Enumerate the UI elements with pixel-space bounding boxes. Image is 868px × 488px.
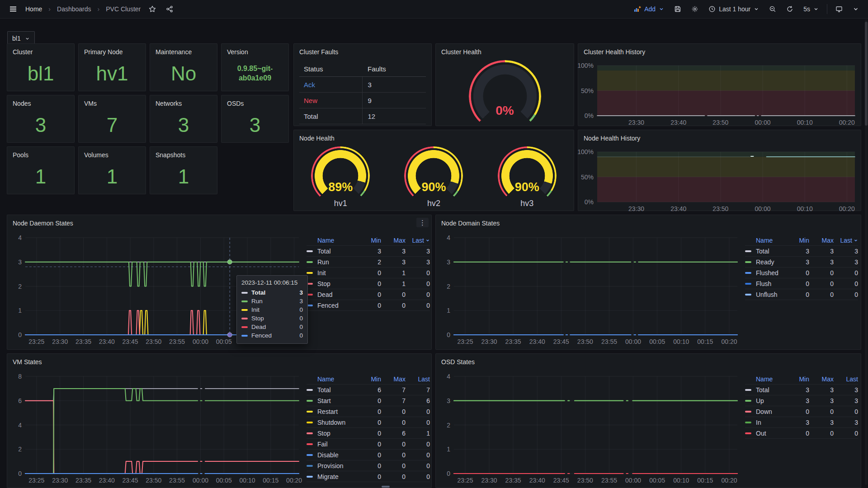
legend-row-total[interactable]: Total333 [745, 246, 858, 257]
legend-sort-max[interactable]: Max [381, 375, 406, 383]
legend-sort-last[interactable]: Last [834, 375, 858, 383]
panel-title[interactable]: Cluster Faults [294, 44, 431, 56]
panel-title[interactable]: Primary Node [79, 44, 146, 56]
legend-row-in[interactable]: In333 [745, 417, 858, 428]
legend-row-init[interactable]: Init010 [307, 267, 430, 278]
legend-row-start[interactable]: Start076 [307, 395, 430, 406]
series-color-chip [241, 309, 248, 311]
panel-title[interactable]: VM States [7, 354, 431, 366]
legend-row-unflush[interactable]: Unflush000 [745, 289, 858, 300]
cluster-health-history-chart[interactable]: 0%50%100%23:3023:4023:5000:0000:1000:20 [597, 66, 855, 116]
panel-title[interactable]: Node Daemon States [7, 215, 431, 227]
legend-sort-max[interactable]: Max [381, 237, 406, 244]
legend-sort-last[interactable]: Last [406, 237, 430, 244]
page-scrollbar-thumb[interactable] [865, 22, 868, 126]
panel-title[interactable]: Networks [150, 95, 217, 107]
series-color-chip [745, 432, 751, 434]
panel-title[interactable]: Cluster [7, 44, 74, 56]
legend-sort-min[interactable]: Min [785, 237, 809, 244]
panel-title[interactable]: Maintenance [150, 44, 217, 56]
panel-title[interactable]: Version [222, 44, 288, 56]
legend-row-ready[interactable]: Ready333 [745, 257, 858, 267]
legend-row-total[interactable]: Total677 [307, 385, 430, 395]
tooltip-row-init: Init0 [241, 305, 303, 314]
legend-sort-last[interactable]: Last [834, 237, 858, 244]
series-color-chip [745, 400, 751, 402]
panel-title[interactable]: Volumes [79, 147, 146, 159]
x-axis-tick-label: 23:40 [670, 205, 686, 212]
legend-row-shutdown[interactable]: Shutdown000 [307, 417, 430, 428]
dashboard-settings-icon[interactable] [689, 4, 700, 14]
panel-title[interactable]: Nodes [7, 95, 74, 107]
legend-row-total[interactable]: Total333 [307, 246, 430, 257]
legend-sort-max[interactable]: Max [809, 237, 834, 244]
series-color-chip [307, 432, 313, 434]
legend-row-flush[interactable]: Flush000 [745, 278, 858, 289]
legend-row-migrate[interactable]: Migrate000 [307, 471, 430, 482]
gauge-value: 90% [498, 180, 557, 194]
legend-sort-name[interactable]: Name [307, 237, 357, 244]
legend-row-flushed[interactable]: Flushed000 [745, 267, 858, 278]
x-axis-tick-label: 00:00 [193, 477, 208, 484]
gauge-fill-ring [469, 60, 541, 132]
tv-mode-icon[interactable] [834, 4, 844, 14]
panel-title[interactable]: Snapshots [150, 147, 217, 159]
legend-row-stop[interactable]: Stop061 [307, 428, 430, 439]
legend-row-stop[interactable]: Stop010 [307, 278, 430, 289]
legend-sort-min[interactable]: Min [357, 375, 381, 383]
add-panel-icon [634, 5, 641, 13]
legend-scrollbar-thumb[interactable] [382, 486, 390, 488]
legend-sort-min[interactable]: Min [785, 375, 809, 383]
x-axis-tick-label: 00:10 [797, 119, 813, 126]
legend-row-fenced[interactable]: Fenced000 [307, 300, 430, 311]
nav-chevron-down-icon[interactable] [851, 4, 861, 14]
legend-sort-name[interactable]: Name [745, 237, 785, 244]
legend-row-total[interactable]: Total333 [745, 385, 858, 395]
panel-title[interactable]: Node Health History [578, 130, 861, 142]
panel-title[interactable]: Cluster Health History [578, 44, 861, 56]
panel-menu-icon[interactable]: ⋮ [416, 218, 429, 227]
x-axis-tick-label: 23:40 [529, 338, 545, 345]
panel-title[interactable]: OSD States [436, 354, 861, 366]
vm-states-chart[interactable]: 0246823:2523:3023:3523:4023:4523:5023:55… [25, 376, 299, 474]
legend-row-up[interactable]: Up333 [745, 395, 858, 406]
legend-row-disable[interactable]: Disable000 [307, 450, 430, 460]
legend-row-dead[interactable]: Dead000 [307, 289, 430, 300]
legend-row-down[interactable]: Down000 [745, 406, 858, 417]
legend-sort-max[interactable]: Max [809, 375, 834, 383]
breadcrumb-dashboards[interactable]: Dashboards [57, 5, 91, 13]
add-dropdown[interactable]: Add [632, 4, 666, 14]
legend-row-fail[interactable]: Fail000 [307, 439, 430, 450]
series-color-chip [307, 411, 313, 413]
panel-title[interactable]: Node Domain States [436, 215, 861, 227]
x-axis-tick-label: 23:50 [712, 205, 728, 212]
panel-title[interactable]: Node Health [294, 130, 574, 142]
panel-title[interactable]: VMs [79, 95, 146, 107]
panel-title[interactable]: OSDs [222, 95, 288, 107]
node-health-history-chart[interactable]: 0%50%100%23:3023:4023:5000:0000:1000:20 [597, 152, 855, 202]
panel-title[interactable]: Cluster Health [436, 44, 574, 56]
legend-row-out[interactable]: Out000 [745, 428, 858, 439]
refresh-interval-dropdown[interactable]: 5s [802, 4, 821, 14]
breadcrumb-home[interactable]: Home [25, 5, 42, 13]
zoom-out-icon[interactable] [767, 4, 778, 14]
save-dashboard-icon[interactable] [672, 4, 683, 14]
legend-sort-name[interactable]: Name [745, 375, 785, 383]
panel-node-health: Node Health 89%hv190%hv290%hv3 [293, 130, 574, 211]
osd-states-chart[interactable]: 0123423:2523:3023:3523:4023:4523:5023:55… [454, 376, 737, 474]
share-icon[interactable] [164, 4, 175, 14]
legend-row-restart[interactable]: Restart000 [307, 406, 430, 417]
y-axis-tick-label: 0% [585, 112, 594, 119]
node-domain-chart[interactable]: 0123423:2523:3023:3523:4023:4523:5023:55… [454, 238, 737, 335]
refresh-icon[interactable] [784, 4, 795, 14]
legend-row-provision[interactable]: Provision000 [307, 460, 430, 471]
legend-row-run[interactable]: Run233 [307, 257, 430, 267]
legend-sort-last[interactable]: Last [406, 375, 430, 383]
legend-sort-name[interactable]: Name [307, 375, 357, 383]
x-axis-tick-label: 23:30 [52, 477, 68, 484]
panel-title[interactable]: Pools [7, 147, 74, 159]
favorite-star-icon[interactable] [147, 4, 158, 14]
time-range-picker[interactable]: Last 1 hour [707, 4, 761, 14]
menu-toggle-icon[interactable] [7, 3, 19, 15]
legend-sort-min[interactable]: Min [357, 237, 381, 244]
